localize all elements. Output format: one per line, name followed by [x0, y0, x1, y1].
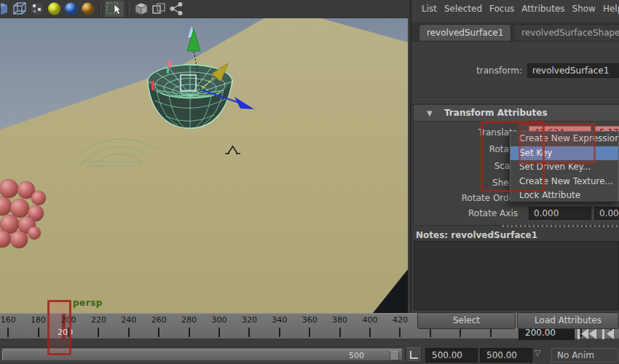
- scale-label: Scale: [414, 161, 518, 171]
- menu-show[interactable]: Show: [572, 4, 596, 14]
- timeline-tick: [7, 328, 9, 337]
- menu-help[interactable]: Help: [603, 4, 619, 14]
- timeline-tick: [218, 328, 220, 337]
- node-connect-icon[interactable]: [168, 1, 184, 17]
- blue-shaded-sphere-icon[interactable]: [63, 1, 79, 17]
- step-back-button[interactable]: [602, 328, 615, 340]
- transform-attributes-header[interactable]: ▼ Transform Attributes: [414, 105, 619, 122]
- go-to-start-button[interactable]: [577, 328, 597, 340]
- viewport-toolbar: [0, 0, 410, 18]
- timeline-tick: [399, 328, 401, 337]
- transform-name-field[interactable]: revolvedSurface1: [527, 63, 619, 78]
- rotate-axis-y-field[interactable]: 0.000: [594, 207, 619, 220]
- range-end-label: 500: [349, 351, 364, 360]
- range-bracket-button[interactable]: [406, 347, 422, 363]
- menu-selected[interactable]: Selected: [444, 4, 482, 14]
- timeline-tick: [248, 328, 250, 337]
- timeline-frame-label: 360: [302, 315, 318, 325]
- range-slider-handle[interactable]: [390, 351, 399, 360]
- current-frame-label: 200: [58, 328, 81, 337]
- timeline-frame-label: 180: [31, 315, 46, 325]
- context-menu-item-set-key[interactable]: Set Key: [510, 146, 618, 161]
- anim-layer-field[interactable]: No Anim Layer: [551, 348, 618, 363]
- tab-revolvedSurface1[interactable]: revolvedSurface1: [419, 24, 511, 41]
- select-tool-icon[interactable]: [105, 1, 124, 17]
- panel-cube-icon[interactable]: [1, 1, 10, 17]
- rotate-order-label: Rotate Order: [414, 193, 518, 203]
- playback-range-bar: 500 500.00 500.00 ▽ No Anim Layer: [0, 340, 619, 364]
- bracket-icon: [410, 351, 418, 359]
- timeline-frame-label: 400: [363, 315, 378, 325]
- timeline-tick: [128, 328, 130, 337]
- attribute-editor-tabbar: revolvedSurface1revolvedSurfaceShape1nRi…: [411, 22, 619, 41]
- faint-curve-wireframe: [70, 139, 159, 168]
- yellow-light-sphere-icon[interactable]: [47, 1, 62, 17]
- collapse-arrow-icon: ▼: [427, 109, 433, 117]
- notes-label: Notes: revolvedSurface1: [416, 230, 537, 240]
- translate-label: Translate: [414, 127, 518, 138]
- timeline-frame-label: 320: [242, 315, 257, 325]
- timeline-tick: [68, 328, 69, 337]
- tab-revolvedSurfaceShape1[interactable]: revolvedSurfaceShape1: [513, 24, 619, 41]
- context-menu-item-create-new-expression[interactable]: Create New Expression...: [510, 132, 618, 146]
- timeline-frame-label: 420: [393, 315, 408, 325]
- anim-layer-dropdown-icon[interactable]: ▽: [535, 348, 540, 357]
- timeline-frame-label: 300: [212, 315, 227, 325]
- timeline-frame-label: 220: [91, 315, 106, 325]
- gold-shaded-sphere-icon[interactable]: [80, 1, 95, 17]
- timeline-tick: [189, 328, 190, 337]
- scene-cube-icon[interactable]: [133, 1, 149, 17]
- timeline-tick: [309, 328, 310, 337]
- timeline-tick: [158, 328, 159, 337]
- timeline-frame-label: 380: [332, 315, 347, 325]
- context-menu-item-set-driven-key[interactable]: Set Driven Key...: [510, 160, 618, 175]
- camera-name-label: persp: [73, 298, 103, 308]
- select-button[interactable]: Select: [417, 312, 516, 329]
- context-menu-item-create-new-texture[interactable]: Create New Texture...: [510, 175, 618, 189]
- timeline-frame-label: 260: [151, 315, 167, 325]
- timeline-frame-label: 160: [1, 315, 16, 325]
- notes-textarea[interactable]: [414, 241, 619, 310]
- toolbar-separator: [99, 3, 101, 15]
- z-axis-arrow: [234, 97, 254, 109]
- timeline-tick: [279, 328, 280, 337]
- range-slider[interactable]: 500: [2, 349, 403, 361]
- panel-divider: [411, 98, 619, 99]
- playback-start-field[interactable]: 500.00: [425, 348, 478, 363]
- sphere-cluster-object: [0, 179, 46, 248]
- menu-focus[interactable]: Focus: [489, 4, 514, 14]
- playback-end-field[interactable]: 500.00: [480, 348, 532, 363]
- y-axis-arrow: [187, 29, 200, 51]
- load-attributes-button[interactable]: Load Attributes: [517, 312, 619, 329]
- center-of-interest-icon: [225, 146, 240, 154]
- section-title: Transform Attributes: [444, 108, 548, 118]
- attribute-context-menu: Create New Expression...Set KeySet Drive…: [510, 131, 619, 202]
- viewport-persp[interactable]: persp: [0, 18, 408, 313]
- red-axis-sliver: [151, 81, 154, 90]
- timeline-frame-label: 280: [181, 315, 197, 325]
- timeline-tick: [369, 328, 371, 337]
- textured-sphere-icon[interactable]: [29, 1, 45, 17]
- scene-3d: [0, 18, 408, 313]
- timeline-frame-label: 200: [61, 315, 76, 325]
- toolbar-separator: [127, 3, 130, 15]
- transform-label: transform:: [411, 66, 522, 76]
- panel-splitter-dots[interactable]: [502, 225, 619, 227]
- timeline-tick: [38, 328, 39, 337]
- rotate-label: Rotate: [414, 144, 518, 154]
- wireframe-cube-icon[interactable]: [12, 1, 28, 17]
- timeline-tick: [98, 328, 99, 337]
- menu-list[interactable]: List: [422, 4, 437, 14]
- shear-label: Shear: [414, 178, 518, 188]
- maya-window: persp 200 160180200220240260280300320340…: [0, 0, 619, 364]
- duplicate-icon[interactable]: [151, 1, 167, 17]
- timeline-frame-label: 340: [272, 315, 287, 325]
- range-slider-track: 500: [1, 347, 404, 362]
- timeline-tick: [339, 328, 341, 337]
- rotate-axis-label: Rotate Axis: [414, 208, 518, 218]
- context-menu-item-lock-attribute[interactable]: Lock Attribute: [510, 189, 618, 202]
- menu-attributes[interactable]: Attributes: [521, 4, 564, 14]
- rotate-axis-x-field[interactable]: 0.000: [529, 207, 591, 220]
- timeline-frame-label: 240: [121, 315, 136, 325]
- attribute-editor-menubar: ListSelectedFocusAttributesShowHelp: [411, 0, 619, 17]
